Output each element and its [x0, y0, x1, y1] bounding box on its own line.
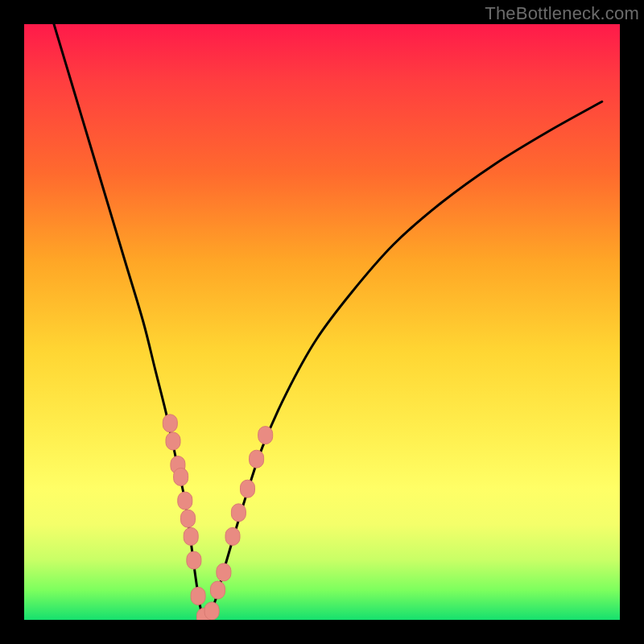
outer-frame: TheBottleneck.com [0, 0, 644, 644]
marker-point [258, 427, 273, 444]
marker-point [181, 510, 196, 527]
marker-point [191, 587, 205, 605]
marker-point [204, 602, 219, 620]
marker-point [184, 527, 198, 545]
marker-point [217, 564, 231, 581]
marker-point [241, 480, 255, 497]
marker-point [166, 432, 180, 450]
marker-group [163, 415, 272, 620]
plot-area [24, 24, 620, 620]
marker-point [163, 415, 177, 432]
marker-point [211, 581, 225, 599]
marker-point [250, 450, 264, 468]
marker-point [231, 504, 246, 522]
marker-point [174, 468, 188, 485]
marker-point [178, 492, 192, 510]
marker-point [225, 527, 240, 545]
watermark-text: TheBottleneck.com [485, 3, 639, 24]
bottleneck-curve [54, 24, 602, 620]
curve-svg [24, 24, 620, 620]
marker-point [187, 551, 201, 569]
